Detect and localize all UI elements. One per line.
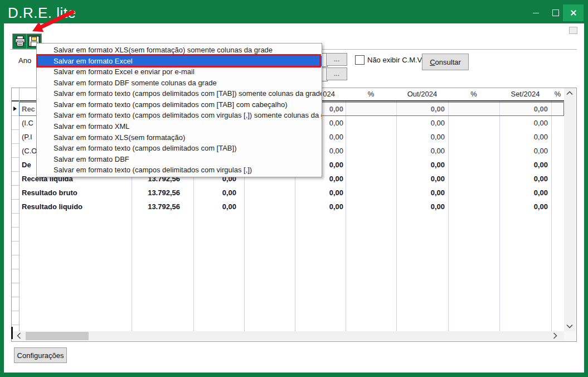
row-indicator-cell [12,200,19,214]
window-title: D.R.E. lite [8,4,76,22]
grid-cell[interactable]: 13.792,56 [132,186,193,200]
row-indicator-cell [12,116,19,130]
grid-cell[interactable]: 0,00 [396,158,448,172]
menu-item[interactable]: Salvar em formato texto (campos delimita… [37,165,322,176]
grid-cell[interactable]: 0,00 [396,144,448,158]
menu-item[interactable]: Salvar em formato Excel [37,56,322,67]
consultar-label: onsultar [435,58,461,66]
row-indicator-cell [12,241,19,255]
scroll-right-icon[interactable] [552,334,558,338]
hscroll-thumb[interactable] [26,332,89,340]
menu-item[interactable]: Salvar em formato XLS(sem formatação) [37,132,322,143]
grid-cell[interactable]: 0,00 [396,130,448,144]
grid-cell[interactable]: 0,00 [193,200,244,214]
menu-item[interactable]: Salvar em formato DBF [37,154,322,165]
grid-cell[interactable]: 0,00 [499,130,551,144]
maximize-icon [552,9,559,16]
cmv-checkbox[interactable] [355,55,365,65]
column-header[interactable]: % [346,88,396,100]
grid-cell[interactable]: 0,00 [396,116,448,130]
row-indicator-cell [12,172,19,186]
grid-row-label[interactable]: Resultado bruto [19,186,132,200]
row-indicator-cell [12,228,19,241]
column-line [346,102,346,331]
scroll-up-icon[interactable] [566,91,573,95]
field1-ellipsis-button[interactable]: ... [326,53,347,66]
menu-item[interactable]: Salvar em formato texto (campos delimita… [37,110,322,121]
row-indicator-cell [12,269,19,283]
grid-cell[interactable]: 0,00 [396,186,448,200]
row-indicator-cell [12,186,19,200]
column-header[interactable]: Set/2024 [499,88,551,100]
grid-edge-mark [11,327,13,339]
menu-item[interactable]: Salvar em formato texto (campos delimita… [37,88,322,99]
grid-cell[interactable]: 0,00 [396,200,448,214]
scroll-down-icon[interactable] [566,324,573,328]
grid-cell[interactable]: 0,00 [295,200,346,214]
grid-row-label[interactable]: Resultado liquido [19,200,132,214]
row-indicator-cell [12,297,19,311]
ano-label: Ano [18,56,31,65]
row-indicator-cell [12,214,19,228]
printer-icon [14,35,26,47]
menu-item[interactable]: Salvar em formato DBF somente colunas da… [37,78,322,89]
vertical-scrollbar[interactable] [564,88,576,331]
consultar-accelerator: C [430,58,435,66]
grid-cell[interactable]: 13.792,56 [132,200,193,214]
save-menu: Salvar em formato XLS(sem formatação) so… [36,43,322,177]
grid-cell[interactable]: 0,00 [499,172,551,186]
horizontal-scrollbar[interactable] [12,331,564,341]
grid-cell[interactable]: 0,00 [499,200,551,214]
row-indicator-cell [12,130,19,144]
print-button[interactable] [12,33,28,49]
scroll-left-icon[interactable] [16,334,22,338]
maximize-button[interactable] [547,4,565,21]
menu-item[interactable]: Salvar em formato texto (campos delimita… [37,143,322,154]
grid-cell[interactable]: 0,00 [499,116,551,130]
grid-cell[interactable]: 0,00 [499,144,551,158]
row-indicator-cell [12,311,19,325]
column-header[interactable]: % [448,88,499,100]
column-header[interactable]: % [551,88,564,100]
minimize-icon [533,13,539,13]
close-button[interactable] [563,4,584,21]
menu-item[interactable]: Salvar em formato XLS(sem formatação) so… [37,45,322,56]
field2-ellipsis-button[interactable]: ... [326,67,347,80]
scrollbar-corner [564,331,576,341]
menu-item[interactable]: Salvar em formato Excel e enviar por e-m… [37,66,322,78]
grid-cell[interactable]: 0,00 [193,186,244,200]
row-indicator-cell [12,255,19,269]
grid-cell[interactable]: 0,00 [295,186,346,200]
grid-cell[interactable]: 0,00 [396,172,448,186]
column-line [448,102,449,331]
menu-item[interactable]: Salvar em formato XML [37,121,322,132]
grid-cell[interactable]: 0,00 [499,102,551,116]
configuracoes-button[interactable]: Configurações [14,347,67,363]
grid-cell[interactable]: 0,00 [499,186,551,200]
row-indicator-cell [12,158,19,172]
current-row-arrow-icon [13,107,17,111]
grid-cell[interactable]: 0,00 [499,158,551,172]
column-header[interactable]: Out/2024 [396,88,448,100]
row-indicator-cell [12,283,19,297]
app-window: D.R.E. lite Ano ... ... Não exibir C.M.V… [0,0,588,377]
column-line [551,102,552,331]
consultar-button[interactable]: Consultar [422,54,469,70]
grid-cell[interactable]: 0,00 [396,102,448,116]
minimize-button[interactable] [527,4,545,21]
menu-item[interactable]: Salvar em formato texto (campos delimita… [37,99,322,110]
corner-grip [569,27,577,34]
close-icon [570,9,577,16]
cmv-checkbox-label: Não exibir C.M.V. [367,56,424,64]
row-indicator-cell [12,144,19,158]
